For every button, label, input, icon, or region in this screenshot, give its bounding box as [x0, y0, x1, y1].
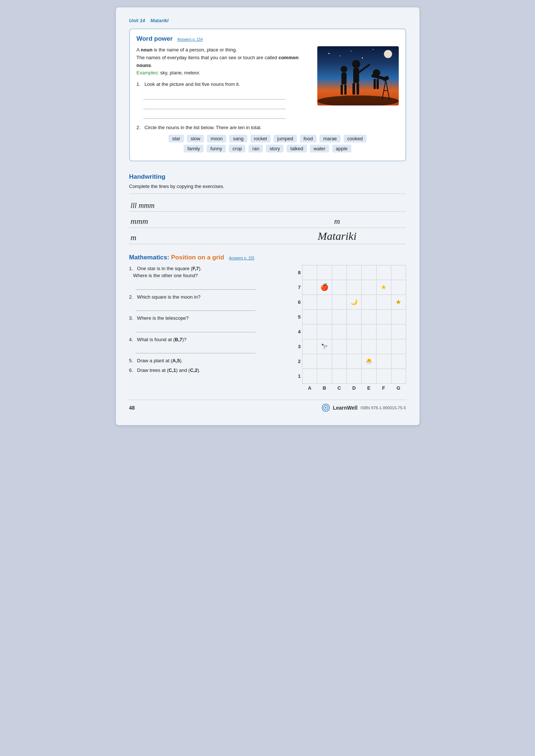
hw-line-1: lll mmm	[129, 195, 406, 212]
handwriting-section: Handwriting Complete the lines by copyin…	[129, 168, 406, 247]
row-label-1: 1	[288, 369, 302, 383]
cell-E4	[361, 324, 376, 339]
cell-F3	[376, 339, 391, 354]
icon-apple: 🍎	[320, 283, 328, 291]
word-food: food	[300, 135, 317, 142]
svg-rect-7	[341, 84, 343, 95]
col-label-F: F	[376, 383, 391, 392]
word-power-content: A noun is the name of a person, place or…	[137, 46, 399, 120]
hw-lines: lll mmm mmm m m Matariki	[129, 194, 406, 244]
unit-header: Unit 14 Matariki	[129, 18, 406, 23]
cell-G8	[391, 265, 406, 280]
learnwell-brand: LearnWell	[333, 405, 358, 411]
grid-row-2: 2 🐣	[288, 354, 406, 369]
row-label-3: 3	[288, 339, 302, 354]
cell-A6	[302, 295, 317, 309]
col-label-D: D	[347, 383, 361, 392]
silhouettes-svg	[317, 46, 399, 105]
cell-C5	[332, 309, 347, 324]
cell-F8	[376, 265, 391, 280]
cell-B1	[317, 369, 332, 383]
maths-q6: 6. Draw trees at (C,1) and (C,2).	[129, 367, 279, 374]
word-moon: moon	[207, 135, 227, 142]
svg-rect-12	[357, 83, 359, 95]
word-cooked: cooked	[344, 135, 367, 142]
maths-q4-coord: B,7	[175, 337, 182, 342]
col-label-E: E	[361, 383, 376, 392]
intro-text-2: is the name of a person, place or thing.	[153, 47, 237, 53]
handwriting-title: Handwriting	[129, 173, 406, 181]
maths-q5: 5. Draw a plant at (A,5).	[129, 357, 279, 364]
grid-row-5: 5	[288, 309, 406, 324]
words-grid: star slow moon sang rocket jumped food m…	[137, 135, 399, 152]
maths-subtitle: Position on a grid	[171, 254, 224, 261]
cell-E5	[361, 309, 376, 324]
word-apple: apple	[332, 145, 351, 152]
isbn: ISBN 978-1-990015-75-5	[361, 406, 406, 410]
cell-C1	[332, 369, 347, 383]
cell-C4	[332, 324, 347, 339]
word-story: story	[266, 145, 284, 152]
cell-G7	[391, 280, 406, 295]
cell-E6	[361, 295, 376, 309]
cell-C3	[332, 339, 347, 354]
icon-star-F7: ★	[381, 283, 387, 291]
cell-B4	[317, 324, 332, 339]
cell-C2	[332, 354, 347, 369]
svg-line-2	[386, 80, 389, 100]
grid-row-1: 1	[288, 369, 406, 383]
cell-A4	[302, 324, 317, 339]
hw-line2-left: mmm	[129, 216, 268, 226]
col-label-C: C	[332, 383, 347, 392]
q1-answer-lines	[143, 91, 311, 119]
maths-q2: 2. Which square is the moon in?	[129, 293, 279, 301]
word-ran: ran	[248, 145, 263, 152]
cell-A2	[302, 354, 317, 369]
cell-D5	[347, 309, 361, 324]
icon-telescope-B3: 🔭	[321, 343, 328, 350]
word-rocket: rocket	[250, 135, 271, 142]
cell-D8	[347, 265, 361, 280]
cell-G5	[391, 309, 406, 324]
unit-number: Unit 14	[129, 18, 145, 23]
page-footer: 48 LearnWell ISBN 978-1-990015-75-5	[129, 400, 406, 412]
maths-q3-answer	[136, 324, 255, 332]
word-power-title: Word power	[137, 35, 173, 42]
maths-q5-coord: A,5	[173, 358, 180, 363]
word-star: star	[168, 135, 184, 142]
answers-link-maths[interactable]: Answers p. 155	[229, 256, 254, 260]
maths-q4-answer	[136, 345, 255, 353]
word-talked: talked	[287, 145, 307, 152]
night-sky-image	[317, 46, 399, 105]
cell-A7	[302, 280, 317, 295]
row-label-6: 6	[288, 295, 302, 309]
maths-q1: 1. One star is in the square (F,7). Wher…	[129, 265, 279, 279]
cell-A5	[302, 309, 317, 324]
maths-q3: 3. Where is the telescope?	[129, 315, 279, 322]
svg-rect-6	[341, 73, 347, 84]
svg-rect-17	[377, 79, 379, 89]
cell-B6	[317, 295, 332, 309]
hw-line-2: mmm m	[129, 212, 406, 228]
answers-link-word-power[interactable]: Answers p. 154	[177, 37, 203, 41]
cell-E3	[361, 339, 376, 354]
cell-E1	[361, 369, 376, 383]
row-label-5: 5	[288, 309, 302, 324]
maths-grid: 8 7 🍎	[288, 265, 406, 393]
cell-G1	[391, 369, 406, 383]
cell-A3	[302, 339, 317, 354]
icon-star-G6: ★	[395, 298, 401, 306]
cell-A1	[302, 369, 317, 383]
svg-line-13	[359, 65, 369, 72]
cell-B5	[317, 309, 332, 324]
svg-point-9	[352, 60, 360, 68]
row-label-4: 4	[288, 324, 302, 339]
cell-D2	[347, 354, 361, 369]
col-label-B: B	[317, 383, 332, 392]
svg-line-15	[373, 76, 386, 79]
cell-C8	[332, 265, 347, 280]
answer-line-3	[143, 111, 286, 119]
svg-point-20	[325, 407, 327, 409]
cell-E7	[361, 280, 376, 295]
grid-row-3: 3 🔭	[288, 339, 406, 354]
